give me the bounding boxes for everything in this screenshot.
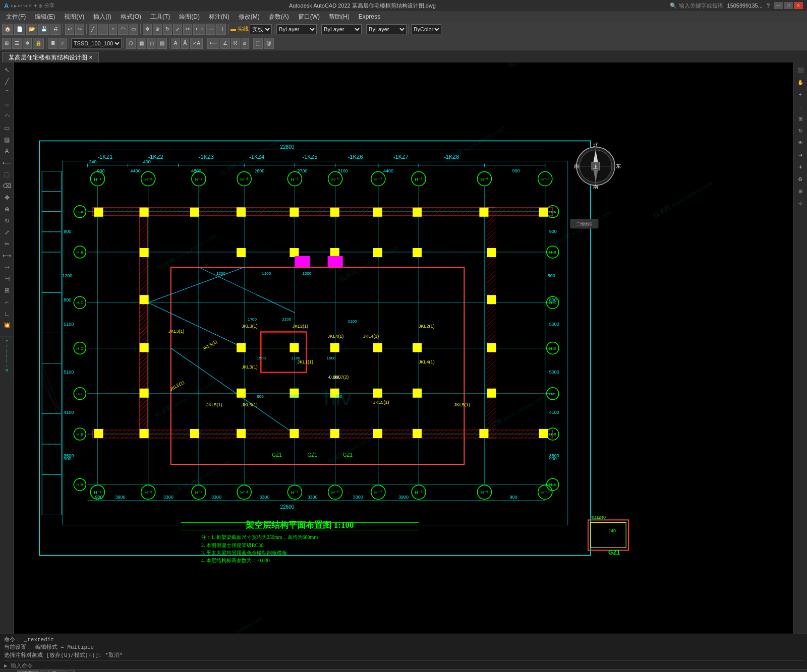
walk-btn[interactable]: ➜ [795,149,806,160]
print-btn[interactable]: 🖨 [50,24,61,35]
circle-tool[interactable]: ○ [2,99,13,110]
insert-tool[interactable]: ⬚ [2,169,13,180]
dim-linear-btn[interactable]: ⟵ [207,38,219,49]
dim-tool[interactable]: ⟵ [2,157,13,168]
layer-btn[interactable]: ⊞ [2,38,11,49]
line-btn[interactable]: ╱ [89,24,97,35]
line-tool[interactable]: ╱ [2,76,13,87]
redo-btn[interactable]: ↪ [75,24,84,35]
arc-tool[interactable]: ◠ [2,111,13,122]
command-input[interactable] [35,662,803,669]
polyline-tool[interactable]: ⌒ [2,88,13,99]
trim-btn[interactable]: ✂ [183,24,192,35]
offset-btn[interactable]: ⤏ [206,24,215,35]
grid-btn[interactable]: ⊞ [795,186,806,197]
menu-view[interactable]: 视图(V) [60,12,88,22]
home-btn[interactable]: 🏠 [2,24,13,35]
trim-tool[interactable]: ✂ [2,238,13,250]
spellcheck-btn[interactable]: ✓A [190,38,203,49]
pan-btn[interactable]: ✋ [795,77,806,88]
dim-angle-btn[interactable]: ∠ [220,38,230,49]
mirror-btn[interactable]: ⊣ [216,24,226,35]
model-tab[interactable]: 模型 [17,670,39,673]
move-tool[interactable]: ✥ [2,192,13,203]
gradient-btn[interactable]: ▦ [137,38,146,49]
scale-tool[interactable]: ⤢ [2,227,13,238]
scale-btn[interactable]: ⤢ [173,24,182,35]
attdef-btn[interactable]: @ [264,38,274,49]
move-btn[interactable]: ✥ [143,24,152,35]
menu-insert[interactable]: 插入(I) [89,12,115,22]
regen-btn[interactable]: ♻ [795,173,806,185]
copy-tool[interactable]: ⊕ [2,204,13,215]
mtext-btn[interactable]: Ā [181,38,190,49]
hatch-btn[interactable]: ⬡ [126,38,136,49]
zoom-in-btn[interactable]: + [795,89,806,100]
save-btn[interactable]: 💾 [38,24,49,35]
add-layout-btn[interactable]: + [67,670,75,673]
arc-btn[interactable]: ◠ [118,24,128,35]
menu-edit[interactable]: 编辑(E) [31,12,59,22]
menu-param[interactable]: 参数(A) [265,12,293,22]
drawing-tab[interactable]: 某高层住宅楼框剪结构设计图 × [2,52,99,63]
menu-file[interactable]: 文件(F) [2,12,30,22]
menu-tools[interactable]: 工具(T) [146,12,174,22]
array-tool[interactable]: ⊞ [2,285,13,296]
open-btn[interactable]: 📂 [26,24,37,35]
new-btn[interactable]: 📄 [14,24,25,35]
offset-tool[interactable]: ⤏ [2,262,13,273]
insert-block-btn[interactable]: ⬚ [253,38,263,49]
menu-format[interactable]: 格式(O) [117,12,145,22]
rect-tool[interactable]: ▭ [2,123,13,134]
look-btn[interactable]: 👁 [795,137,806,148]
help-btn[interactable]: ? [767,3,770,9]
extend-btn[interactable]: ⟷ [193,24,205,35]
rotate-tool[interactable]: ↻ [2,215,13,226]
tssd-select[interactable]: TSSD_100_100 [71,38,122,48]
linetype-select[interactable]: 实线 [250,24,272,34]
fly-btn[interactable]: ✈ [795,161,806,172]
layer-lock-btn[interactable]: 🔒 [33,38,44,49]
copy-btn[interactable]: ⊕ [153,24,162,35]
menu-help[interactable]: 帮助(H) [325,12,354,22]
color-select[interactable]: ByColor [411,24,441,34]
fillet-tool[interactable]: ⌐ [2,296,13,308]
minimize-btn[interactable]: — [774,2,783,9]
menu-express[interactable]: Express [355,12,384,21]
text-tool[interactable]: A [2,146,13,157]
boundary-btn[interactable]: ◻ [147,38,156,49]
layer-select[interactable]: ByLayer [276,24,317,34]
match-prop-btn[interactable]: ≣ [48,38,57,49]
rotate-btn[interactable]: ↻ [163,24,172,35]
undo-btn[interactable]: ↩ [65,24,74,35]
menu-modify[interactable]: 修改(M) [235,12,264,22]
menu-draw[interactable]: 绘图(D) [175,12,204,22]
zoom-out-btn[interactable]: - [795,101,806,112]
list-btn[interactable]: ≡ [59,38,67,49]
erase-tool[interactable]: ⌫ [2,180,13,192]
polyline-btn[interactable]: ⌒ [98,24,108,35]
select-btn[interactable]: ↖ [2,65,13,76]
linetype2-select[interactable]: ByLayer [366,24,407,34]
chamfer-tool[interactable]: ∟ [2,308,13,319]
search-box[interactable]: 🔍 输入关键字或短语 [670,2,723,10]
cmd-input-row[interactable]: ▶ 输入命令 [4,660,803,669]
circle-btn[interactable]: ○ [109,24,117,35]
view-cube-btn[interactable]: ⬛ [795,65,806,76]
maximize-btn[interactable]: □ [784,2,793,9]
dim-radius-btn[interactable]: R [231,38,240,49]
zoom-extent-btn[interactable]: ⊞ [795,113,806,124]
menu-dim[interactable]: 标注(N) [205,12,234,22]
menu-window[interactable]: 窗口(W) [294,12,324,22]
snap-btn[interactable]: ⊹ [795,198,806,209]
hatch-tool[interactable]: ▨ [2,134,13,145]
text-btn[interactable]: A [171,38,180,49]
dim-diameter-btn[interactable]: ⌀ [241,38,249,49]
rect-btn[interactable]: ▭ [129,24,138,35]
explode-tool[interactable]: 💥 [2,320,13,331]
region-btn[interactable]: ▨ [157,38,167,49]
layer-prop-btn[interactable]: ☰ [12,38,22,49]
layout1-tab[interactable]: 布局1 [40,670,66,673]
canvas-area[interactable]: 知末网 www.znzmo.com 知末网 www.znzmo.com 知末网 … [14,63,793,634]
lineweight-select[interactable]: ByLayer [321,24,362,34]
